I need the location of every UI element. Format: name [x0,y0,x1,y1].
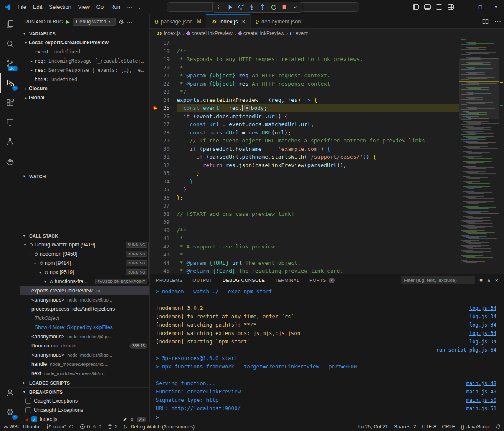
line-number[interactable]: 44 [150,259,177,267]
split-editor-icon[interactable] [479,14,491,28]
line-number[interactable]: 26 [150,112,177,121]
explorer-icon[interactable] [0,14,20,34]
code-line[interactable]: 34 } [150,177,459,186]
line-number[interactable]: 32 [150,161,177,170]
line-number[interactable]: 22 [150,80,177,88]
breakpoint-item[interactable]: Uncaught Exceptions [20,406,149,415]
filter-icon[interactable]: ≡ [479,277,483,284]
sidebar-scrollbar[interactable] [148,242,149,279]
breakpoint-checkbox[interactable] [25,398,31,404]
callstack-session[interactable]: ▾nodemon [9450]RUNNING [20,249,149,259]
git-branch-item[interactable]: main* [43,422,77,431]
callstack-frame[interactable]: Domain.rundomain388:15 [20,341,149,350]
console-source-link[interactable]: main.js:49 [466,388,496,396]
line-number[interactable]: 30 [150,145,177,153]
code-line[interactable]: 26 if (event.docs.matchedUrl.url) { [150,112,459,121]
callstack-frame[interactable]: process.processTicksAndRejections [20,304,149,314]
search-icon[interactable] [0,34,20,53]
code-line[interactable]: 27 const url = event.docs.matchedUrl.url… [150,120,459,129]
remove-breakpoint-icon[interactable]: × [130,416,134,422]
drag-handle-icon[interactable] [214,3,224,12]
code-line[interactable]: 24exports.createLinkPreview = (req, res)… [150,96,459,104]
step-into-button[interactable] [247,3,257,12]
step-out-button[interactable] [258,3,268,12]
code-line[interactable]: 35 } [150,185,459,194]
code-line[interactable]: 22 * @param {Object} res An HTTP respons… [150,80,459,88]
minimize-button[interactable]: – [456,0,472,14]
code-line[interactable]: 36}; [150,194,459,202]
breadcrumb-symbol[interactable]: createLinkPreview [238,30,284,36]
start-debugging-button[interactable]: ▶ [66,19,70,25]
watch-section-header[interactable]: ▾ WATCH [20,172,149,181]
maximize-panel-icon[interactable]: ∧ [487,277,491,284]
console-filter-input[interactable] [401,276,475,284]
line-number[interactable]: 38 [150,210,177,218]
code-line[interactable]: 28 const parsedUrl = new URL(url); [150,129,459,137]
toggle-primary-sidebar-icon[interactable] [410,0,421,14]
settings-gear-icon[interactable]: ⚙ 1 [0,402,20,422]
line-number[interactable]: 25▶ [150,104,177,112]
stop-button[interactable] [279,3,289,12]
debug-config-dropdown[interactable]: Debug Watch ▾ [73,18,116,26]
minimap-slider[interactable] [459,58,499,119]
code-line[interactable]: 25▶ const event = req.body; [150,104,459,112]
line-number[interactable]: 27 [150,120,177,129]
line-number[interactable]: 41 [150,234,177,243]
code-line[interactable]: 19 * Responds to any HTTP request relate… [150,55,459,63]
restart-button[interactable] [268,3,279,12]
code-line[interactable]: 32 return res.json(caseLinkPreview(parse… [150,161,459,170]
line-number[interactable]: 35 [150,185,177,194]
remote-explorer-icon[interactable] [0,112,20,132]
line-number[interactable]: 43 [150,251,177,259]
tab-terminal[interactable]: TERMINAL [275,274,299,286]
code-line[interactable]: 40/** [150,226,459,235]
line-number[interactable]: 40 [150,226,177,235]
code-line[interactable]: 39 [150,218,459,226]
console-source-link[interactable]: run-script-pkg.js:64 [436,346,497,354]
tab-package-json[interactable]: {} package.json M [150,14,206,28]
forwarded-ports-item[interactable]: 2 [104,422,121,431]
variable-item[interactable]: ▸res:ServerResponse {_events: {…}, _e… [20,66,149,75]
source-control-icon[interactable]: 1K+ [0,53,20,73]
code-line[interactable]: 17 [150,39,459,47]
callstack-session[interactable]: ▾npm [9484]RUNNING [20,259,149,268]
code-line[interactable]: 30 if (parsedUrl.hostname === 'example.c… [150,145,459,153]
customize-layout-icon[interactable] [445,0,456,14]
variable-item[interactable]: ▸req:IncomingMessage {_readableState:… [20,56,149,66]
continue-button[interactable] [225,3,235,12]
callstack-session[interactable]: ▾functions-fra...PAUSED ON BREAKPOINT [20,277,149,286]
line-number[interactable]: 33 [150,169,177,177]
callstack-link[interactable]: Show 4 More: Skipped by skipFiles [20,323,149,332]
code-line[interactable]: 31 if (parsedUrl.pathname.startsWith('/s… [150,153,459,161]
tab-problems[interactable]: PROBLEMS [156,274,182,286]
docker-icon[interactable] [0,152,20,171]
line-number[interactable]: 23 [150,88,177,96]
accounts-icon[interactable] [0,383,20,402]
variable-item[interactable]: this:undefined [20,75,149,84]
tab-deployment-json[interactable]: {} deployment.json [251,14,306,28]
tab-debug-console[interactable]: DEBUG CONSOLE [223,274,265,286]
encoding-item[interactable]: UTF-8 [419,422,439,431]
forward-button[interactable]: → [146,4,156,10]
back-button[interactable]: ← [136,4,146,10]
maximize-button[interactable]: □ [472,0,488,14]
code-line[interactable]: 38// [START add_ons_case_preview_link] [150,210,459,218]
eol-item[interactable]: CRLF [439,422,458,431]
breakpoint-item[interactable]: ●✓index.js×25 [20,415,149,422]
step-over-button[interactable] [236,3,246,12]
variables-section-header[interactable]: ▾ VARIABLES [20,29,149,38]
menu-selection[interactable]: Selection [46,0,74,14]
code-line[interactable]: 42 * A support case link preview. [150,243,459,251]
minimap[interactable] [459,38,499,274]
close-panel-icon[interactable]: × [495,277,498,284]
line-number[interactable]: 37 [150,202,177,210]
console-source-link[interactable]: log.js:34 [469,337,496,346]
line-number[interactable]: 31 [150,153,177,161]
debug-session-dropdown-icon[interactable] [290,3,300,12]
callstack-frame[interactable]: handlenode_modules/express/lib/... [20,360,149,369]
console-source-link[interactable]: log.js:34 [469,304,496,312]
problems-item[interactable]: 0 ⚠ 0 [77,422,104,431]
console-source-link[interactable]: main.js:50 [466,396,496,404]
code-line[interactable]: 41 * [150,234,459,243]
variables-scope-row[interactable]: ▸Global [20,93,149,102]
